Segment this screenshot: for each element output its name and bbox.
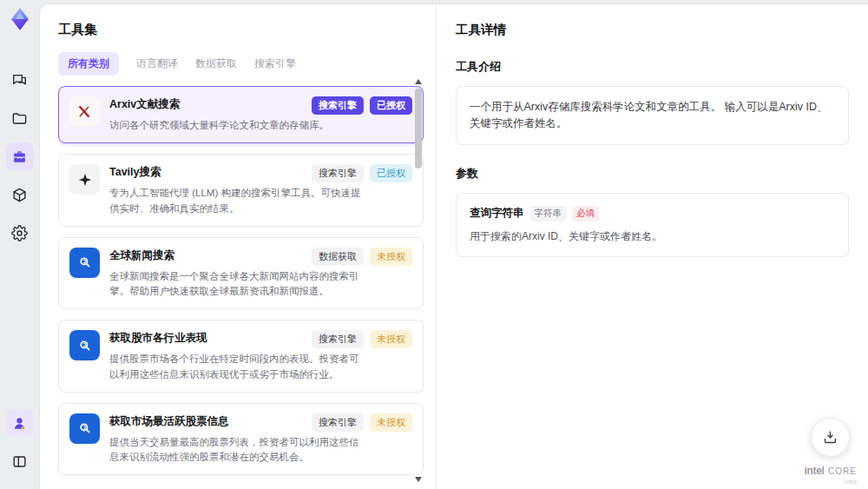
sidebar-item-chat[interactable] <box>6 66 34 94</box>
parameter-required-chip: 必填 <box>572 206 599 221</box>
app-logo-icon <box>8 7 32 31</box>
tool-name: Arxiv文献搜索 <box>109 96 180 112</box>
settings-icon <box>11 225 28 241</box>
tool-auth-badge: 已授权 <box>370 96 412 115</box>
sidebar-item-tools[interactable] <box>6 142 34 170</box>
tab-category-3[interactable]: 搜索引擎 <box>254 56 296 71</box>
news-search-icon <box>69 413 100 444</box>
intel-core-logo: intel CORE Ultra <box>804 463 857 485</box>
parameter-description: 用于搜索的Arxiv ID、关键字或作者姓名。 <box>470 229 835 244</box>
tool-description: 专为人工智能代理 (LLM) 构建的搜索引擎工具。可快速提供实时、准确和真实的结… <box>109 186 363 216</box>
tool-description: 访问各个研究领域大量科学论文和文章的存储库。 <box>109 118 363 133</box>
folder-icon <box>11 110 28 127</box>
sidebar-item-files[interactable] <box>6 104 34 132</box>
user-icon <box>11 415 28 432</box>
sidebar-item-account[interactable] <box>6 409 34 437</box>
tool-description: 提供当天交易量最高的股票列表，投资者可以利用这些信息来识别流动性强的股票和潜在的… <box>109 435 363 466</box>
category-tabs: 所有类别语言翻译数据获取搜索引擎 <box>58 52 436 76</box>
layout-panels-icon <box>11 453 28 470</box>
tool-card[interactable]: 全球新闻搜索 数据获取 未授权 全球新闻搜索是一个聚合全球各大新闻网站内容的搜索… <box>58 237 424 310</box>
tab-category-1[interactable]: 语言翻译 <box>136 56 178 71</box>
parameter-type-chip: 字符串 <box>530 206 567 221</box>
sidebar-item-packages[interactable] <box>6 181 34 208</box>
tool-auth-badge: 未授权 <box>370 413 412 432</box>
tool-category-badge: 搜索引擎 <box>312 413 364 432</box>
chat-icon <box>11 72 28 89</box>
page-title: 工具集 <box>58 22 436 38</box>
main-content: 工具集 所有类别语言翻译数据获取搜索引擎 Arxiv文献搜索 搜索引擎 已授权 … <box>39 3 868 489</box>
parameter-name: 查询字符串 <box>470 206 524 221</box>
scrollbar-thumb[interactable] <box>415 89 422 169</box>
package-icon <box>11 187 28 203</box>
tool-list-panel: 工具集 所有类别语言翻译数据获取搜索引擎 Arxiv文献搜索 搜索引擎 已授权 … <box>40 4 437 489</box>
download-button[interactable] <box>811 418 850 457</box>
tool-name: 全球新闻搜索 <box>109 248 174 263</box>
sidebar-item-settings[interactable] <box>6 219 34 247</box>
toolbox-icon <box>11 149 28 165</box>
tool-card[interactable]: Tavily搜索 搜索引擎 已授权 专为人工智能代理 (LLM) 构建的搜索引擎… <box>58 154 424 227</box>
tool-category-badge: 搜索引擎 <box>312 96 364 115</box>
tool-auth-badge: 未授权 <box>370 330 412 348</box>
scrollbar-down-arrow-icon[interactable] <box>415 477 422 482</box>
sparkle-icon <box>69 164 100 195</box>
tool-card[interactable]: 获取市场最活跃股票信息 搜索引擎 未授权 提供当天交易量最高的股票列表，投资者可… <box>58 403 424 476</box>
tool-auth-badge: 未授权 <box>370 248 412 266</box>
tab-category-0[interactable]: 所有类别 <box>58 52 119 76</box>
tool-category-badge: 数据获取 <box>312 248 364 266</box>
tool-card[interactable]: Arxiv文献搜索 搜索引擎 已授权 访问各个研究领域大量科学论文和文章的存储库… <box>58 86 424 143</box>
intro-text: 一个用于从Arxiv存储库搜索科学论文和文章的工具。 输入可以是Arxiv ID… <box>470 99 835 132</box>
tool-category-badge: 搜索引擎 <box>312 330 364 348</box>
tool-list: Arxiv文献搜索 搜索引擎 已授权 访问各个研究领域大量科学论文和文章的存储库… <box>58 86 424 482</box>
intro-box: 一个用于从Arxiv存储库搜索科学论文和文章的工具。 输入可以是Arxiv ID… <box>456 86 849 145</box>
detail-title: 工具详情 <box>456 22 849 38</box>
tool-name: Tavily搜索 <box>109 164 161 180</box>
scrollbar-up-arrow-icon[interactable] <box>415 79 422 84</box>
tool-name: 获取股市各行业表现 <box>109 330 207 346</box>
tool-description: 全球新闻搜索是一个聚合全球各大新闻网站内容的搜索引擎。帮助用户快速获取全球最新资… <box>109 269 363 300</box>
parameter-box: 查询字符串 字符串 必填 用于搜索的Arxiv ID、关键字或作者姓名。 <box>456 193 849 257</box>
list-scrollbar[interactable] <box>414 79 423 482</box>
arxiv-logo-icon <box>69 96 100 127</box>
sidebar-item-toggle-panel[interactable] <box>6 447 34 475</box>
tool-card[interactable]: 获取股市各行业表现 搜索引擎 未授权 提供股票市场各个行业在特定时间段内的表现。… <box>58 320 424 393</box>
tool-detail-panel: 工具详情 工具介绍 一个用于从Arxiv存储库搜索科学论文和文章的工具。 输入可… <box>437 4 868 489</box>
download-icon <box>822 429 838 446</box>
tab-category-2[interactable]: 数据获取 <box>195 56 237 71</box>
tool-auth-badge: 已授权 <box>370 164 412 182</box>
tool-category-badge: 搜索引擎 <box>312 164 364 182</box>
news-search-icon <box>69 248 100 278</box>
params-heading: 参数 <box>456 166 849 182</box>
app-sidebar <box>0 0 39 489</box>
intro-heading: 工具介绍 <box>456 59 849 75</box>
tool-name: 获取市场最活跃股票信息 <box>109 413 229 429</box>
news-search-icon <box>69 330 100 360</box>
tool-description: 提供股票市场各个行业在特定时间段内的表现。投资者可以利用这些信息来识别表现优于或… <box>109 352 363 382</box>
